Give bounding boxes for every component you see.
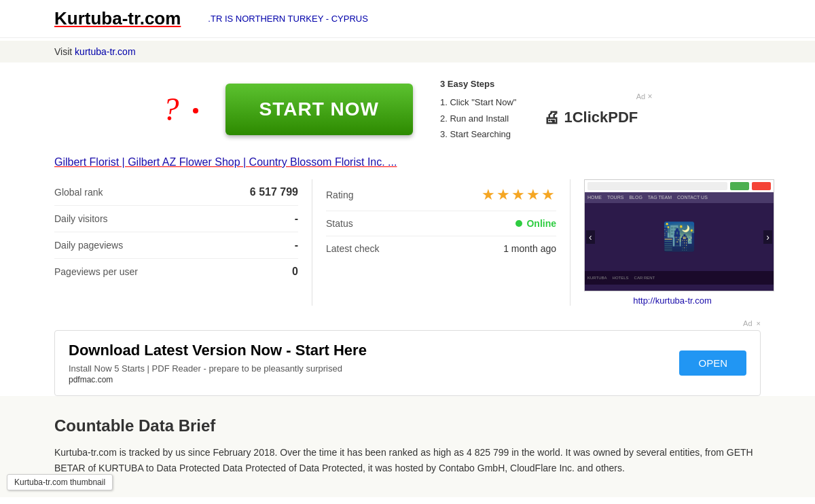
red-dot [193, 108, 198, 113]
site-title: Kurtuba-tr.com [54, 8, 181, 29]
thumbnail-wrapper: HOME TOURS BLOG TAG TEAM CONTACT US 🌃 ‹ … [570, 179, 761, 306]
question-mark: ? [163, 90, 179, 128]
stats-left: Global rank 6 517 799 Daily visitors - D… [54, 179, 312, 306]
site-thumbnail: HOME TOURS BLOG TAG TEAM CONTACT US 🌃 ‹ … [584, 179, 774, 291]
daily-visitors-label: Daily visitors [54, 213, 108, 224]
site-info-section: Gilbert Florist | Gilbert AZ Flower Shop… [0, 156, 815, 306]
visit-link[interactable]: kurtuba-tr.com [75, 46, 135, 57]
site-page-link[interactable]: Gilbert Florist | Gilbert AZ Flower Shop… [54, 156, 397, 168]
desc-body: a-tr.com is tracked by us since February… [54, 447, 753, 474]
stats-right: Rating ★★★★★ Status Online Latest check … [312, 179, 570, 306]
global-rank-label: Global rank [54, 187, 103, 198]
tr-link[interactable]: .TR IS NORTHERN TURKEY - CYPRUS [208, 14, 367, 24]
one-click-pdf-ad: Ad × 🖨 1ClickPDF [543, 92, 652, 127]
status-value: Online [526, 218, 556, 229]
pageviews-per-user-label: Pageviews per user [54, 266, 138, 277]
step1: 1. Click "Start Now" [440, 94, 517, 110]
ad-open-button[interactable]: OPEN [679, 350, 746, 376]
step2: 2. Run and Install [440, 111, 517, 126]
ad-banner-close-icon[interactable]: × [757, 319, 761, 327]
ad-banner-label: Ad [743, 319, 752, 327]
ad-banner: Download Latest Version Now - Start Here… [54, 330, 761, 396]
pageviews-per-user-value: 0 [292, 266, 298, 278]
pdf-name: 1ClickPDF [564, 109, 638, 126]
thumb-next-icon[interactable]: › [763, 230, 772, 244]
ad-label: Ad [636, 92, 645, 101]
pdf-icon: 🖨 [543, 108, 560, 127]
ad-section: ? START NOW 3 Easy Steps 1. Click "Start… [0, 62, 815, 156]
easy-steps: 3 Easy Steps 1. Click "Start Now" 2. Run… [440, 76, 517, 143]
desc-prefix: Kurtub [54, 447, 82, 458]
thumb-prev-icon[interactable]: ‹ [586, 230, 595, 244]
daily-pageviews-value: - [295, 239, 298, 251]
visit-bar: Visit kurtuba-tr.com [0, 41, 815, 62]
data-brief-title: Countable Data Brief [54, 416, 761, 435]
rating-label: Rating [326, 190, 353, 200]
start-now-button[interactable]: START NOW [225, 84, 413, 135]
ad-banner-domain: pdfmac.com [69, 375, 367, 384]
easy-steps-title: 3 Easy Steps [440, 76, 517, 92]
latest-check-label: Latest check [326, 243, 380, 254]
header: Kurtuba-tr.com .TR IS NORTHERN TURKEY - … [0, 0, 815, 38]
latest-check-value: 1 month ago [503, 243, 556, 254]
thumb-city-icon: 🌃 [662, 221, 696, 253]
daily-visitors-value: - [295, 213, 298, 225]
step3: 3. Start Searching [440, 126, 517, 142]
ad-banner-subtitle: Install Now 5 Starts | PDF Reader - prep… [69, 363, 367, 374]
ad-banner-headline: Download Latest Version Now - Start Here [69, 342, 367, 359]
data-brief-section: Countable Data Brief Kurtuba-tr.com is t… [0, 396, 815, 498]
tooltip-badge: Kurtuba-tr.com thumbnail [7, 474, 113, 490]
status-online: Online [515, 218, 556, 229]
ad-banner-content: Download Latest Version Now - Start Here… [69, 342, 367, 384]
thumbnail-link[interactable]: http://kurtuba-tr.com [584, 295, 761, 306]
ad-banner-wrapper: Ad × Download Latest Version Now - Start… [54, 319, 761, 396]
global-rank-value: 6 517 799 [250, 186, 298, 198]
one-click-pdf-logo: 🖨 1ClickPDF [543, 108, 652, 127]
rating-stars: ★★★★★ [482, 186, 556, 204]
ad-close-icon[interactable]: × [647, 92, 652, 101]
data-brief-description: Kurtuba-tr.com is tracked by us since Fe… [54, 445, 761, 478]
daily-pageviews-label: Daily pageviews [54, 240, 123, 251]
status-label: Status [326, 218, 353, 229]
status-dot [515, 220, 522, 227]
